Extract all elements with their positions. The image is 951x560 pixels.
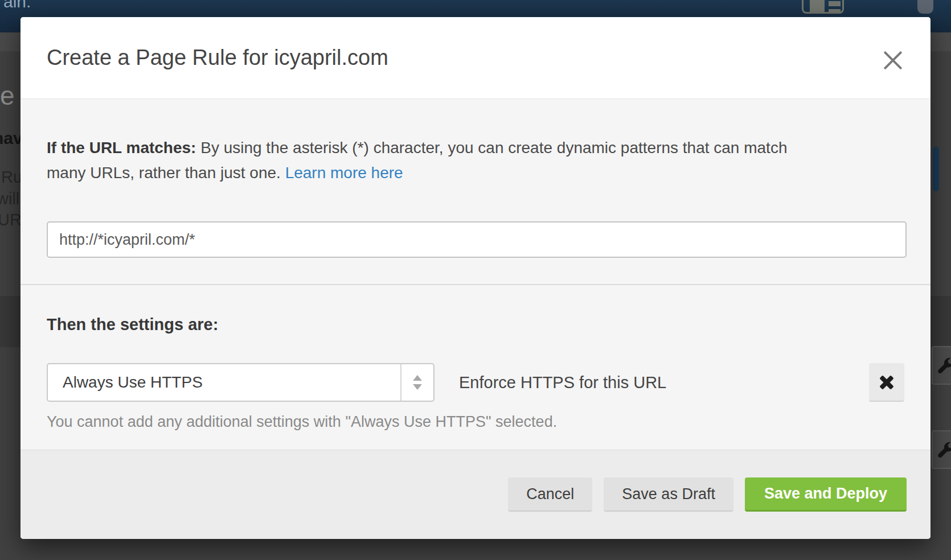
page-title: Create a Page Rule for icyapril.com [47, 46, 388, 70]
background-wrench-tile [932, 430, 951, 469]
background-text-fragment: will [0, 190, 19, 208]
background-blue-button-fragment [933, 147, 939, 191]
grid-list-icon [802, 0, 844, 14]
wrench-icon [936, 356, 951, 376]
wrench-icon [936, 440, 951, 460]
save-as-draft-button[interactable]: Save as Draft [604, 477, 733, 512]
url-match-description: If the URL matches: By using the asteris… [47, 135, 889, 186]
pill-icon [917, 0, 933, 14]
background-wrench-tile [932, 346, 951, 385]
save-and-deploy-button[interactable]: Save and Deploy [745, 477, 907, 512]
url-match-text-line1: By using the asterisk (*) character, you… [196, 139, 787, 157]
settings-heading: Then the settings are: [47, 315, 218, 334]
cancel-button[interactable]: Cancel [508, 477, 592, 512]
setting-note: You cannot add any additional settings w… [47, 413, 557, 431]
create-page-rule-modal: Create a Page Rule for icyapril.com If t… [21, 17, 930, 539]
url-match-label: If the URL matches: [47, 139, 196, 157]
setting-select[interactable]: Always Use HTTPS [47, 363, 434, 402]
remove-setting-button[interactable] [869, 363, 904, 402]
url-match-text-line2: many URLs, rather than just one. [47, 164, 285, 182]
background-domain-text: ain. [3, 0, 31, 11]
setting-description: Enforce HTTPS for this URL [459, 363, 666, 402]
up-arrow-icon [413, 375, 422, 381]
screen: ain. e nav Ru will UR Create a Page Rule… [0, 0, 951, 560]
background-text-fragment: nav [0, 129, 23, 148]
close-icon[interactable] [883, 50, 903, 71]
heavy-x-icon [879, 380, 895, 385]
setting-select-value: Always Use HTTPS [63, 364, 203, 401]
background-text-fragment: Ru [1, 168, 22, 187]
section-divider [21, 284, 930, 285]
url-pattern-input[interactable] [47, 221, 907, 258]
setting-row: Always Use HTTPS Enforce HTTPS for this … [47, 363, 904, 402]
modal-footer: Cancel Save as Draft Save and Deploy [21, 450, 930, 539]
background-text-fragment: UR [0, 211, 22, 229]
modal-header: Create a Page Rule for icyapril.com [21, 17, 930, 99]
down-arrow-icon [413, 384, 422, 390]
up-down-arrows-icon[interactable] [400, 364, 433, 401]
modal-body: If the URL matches: By using the asteris… [21, 99, 930, 450]
background-text-fragment: e [0, 80, 15, 111]
learn-more-link[interactable]: Learn more here [285, 164, 403, 182]
